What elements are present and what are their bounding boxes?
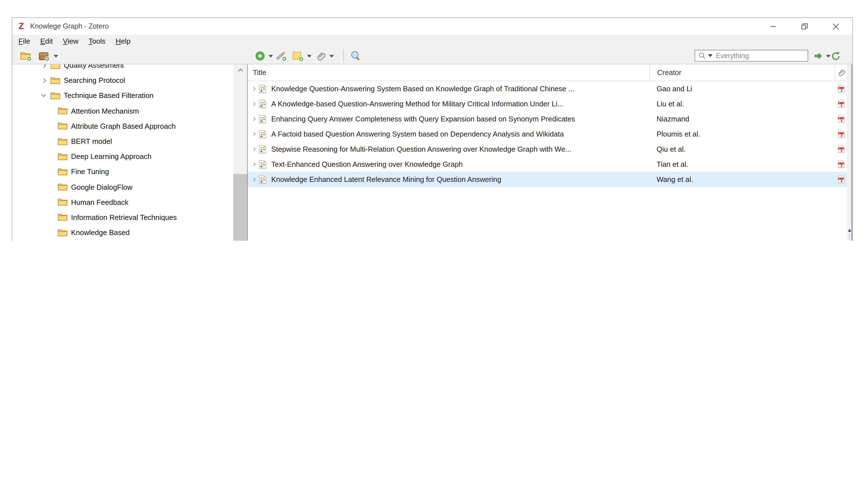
collection-row[interactable]: Searching Protocol [13, 73, 233, 88]
paperclip-icon [316, 51, 327, 61]
search-field[interactable] [694, 50, 808, 62]
collection-row[interactable]: Knowledge Based [13, 225, 233, 240]
column-header-attachment[interactable] [834, 64, 847, 81]
item-expander[interactable] [251, 132, 258, 136]
item-title: Stepwise Reasoning for Multi-Relation Qu… [271, 145, 571, 153]
item-expander[interactable] [251, 163, 258, 166]
item-row[interactable]: Text-Enhanced Question Answering over Kn… [248, 157, 847, 172]
new-collection-button[interactable] [20, 49, 32, 63]
new-library-caret-icon[interactable] [54, 55, 58, 57]
close-button[interactable] [825, 19, 847, 34]
menu-edit[interactable]: Edit [35, 35, 58, 47]
splitter-arrow-icon[interactable] [848, 229, 851, 232]
folder-icon [58, 198, 68, 206]
add-attachment-button[interactable] [316, 49, 334, 63]
expander[interactable] [40, 91, 50, 100]
pdf-attachment-icon [838, 100, 845, 108]
collection-row[interactable]: Fine Tuning [13, 164, 233, 179]
titlebar: Z Knowlege Graph - Zotero [12, 18, 852, 35]
collection-row[interactable]: Google DialogFlow [13, 179, 233, 194]
expander[interactable] [40, 76, 50, 85]
menu-file[interactable]: File [13, 35, 35, 47]
menubar: FileEditViewToolsHelp [12, 35, 852, 48]
journal-article-icon [258, 84, 267, 93]
collection-row[interactable]: BERT model [13, 134, 233, 149]
collection-label: Human Feedback [71, 198, 128, 207]
chevron-icon [252, 117, 256, 121]
collection-row[interactable]: Human Feedback [13, 194, 233, 210]
item-row[interactable]: A Factoid based Question Answering Syste… [248, 126, 847, 142]
folder-icon [58, 137, 68, 145]
menu-help[interactable]: Help [111, 35, 135, 47]
item-row[interactable]: Knowledge Enhanced Latent Relevance Mini… [248, 172, 847, 187]
column-headers: Title Creator [248, 64, 847, 81]
pdf-attachment-icon [838, 115, 845, 123]
collections-scrollbar[interactable] [233, 64, 247, 241]
collection-row[interactable]: Deep Learning Approach [13, 149, 233, 164]
collection-row[interactable]: Attribute Graph Based Approach [13, 119, 233, 134]
item-expander[interactable] [251, 87, 258, 90]
advanced-search-button[interactable] [350, 49, 361, 63]
item-expander[interactable] [251, 148, 258, 151]
locate-button[interactable] [814, 49, 831, 63]
item-title: Knowledge Enhanced Latent Relevance Mini… [271, 175, 501, 184]
add-by-identifier-button[interactable] [275, 49, 287, 63]
folder-icon [50, 76, 60, 85]
scroll-up-arrow-icon[interactable] [233, 65, 247, 74]
journal-article-icon [258, 145, 267, 154]
chevron-icon [41, 78, 46, 83]
new-note-button[interactable] [292, 49, 312, 63]
item-row[interactable]: Enhancing Query Answer Completeness with… [248, 111, 847, 126]
item-row[interactable]: Knowledge Question-Answering System Base… [248, 81, 847, 96]
new-item-button[interactable] [255, 49, 273, 63]
collection-label: Quality Assesment [64, 64, 124, 69]
new-note-caret-icon[interactable] [307, 55, 312, 57]
journal-article-icon [258, 160, 267, 169]
collection-label: Deep Learning Approach [71, 152, 152, 160]
sync-button[interactable] [831, 49, 841, 63]
search-scope-caret-icon[interactable] [708, 54, 713, 57]
menu-tools[interactable]: Tools [84, 35, 111, 47]
item-creator: Niazmand [649, 115, 834, 123]
locate-arrow-icon [814, 52, 823, 60]
minimize-button[interactable] [762, 19, 784, 34]
restore-icon [801, 23, 807, 29]
new-library-button[interactable] [38, 49, 58, 63]
item-expander[interactable] [251, 102, 258, 105]
add-attachment-caret-icon[interactable] [330, 55, 334, 57]
scrollbar-thumb[interactable] [233, 174, 247, 241]
item-title: A Factoid based Question Answering Syste… [271, 130, 564, 138]
collection-row[interactable]: Attention Mechanism [13, 103, 233, 118]
pdf-attachment-icon [838, 175, 845, 184]
magic-wand-icon [275, 50, 287, 62]
splitter-grippy[interactable] [849, 234, 849, 241]
collection-row[interactable]: Technique Based Filteration [13, 88, 233, 103]
item-expander[interactable] [251, 118, 258, 120]
window-controls [753, 18, 847, 35]
new-item-caret-icon[interactable] [269, 55, 273, 57]
item-row[interactable]: Stepwise Reasoning for Multi-Relation Qu… [248, 142, 847, 157]
locate-caret-icon[interactable] [826, 55, 831, 57]
collection-row[interactable]: Knowledge Distillation [13, 240, 233, 241]
item-row[interactable]: A Knowledge-based Question-Answering Met… [248, 96, 847, 111]
column-creator-label: Creator [657, 68, 681, 77]
window-title: Knowlege Graph - Zotero [30, 22, 109, 30]
collection-label: BERT model [71, 137, 112, 146]
search-input[interactable] [716, 52, 808, 60]
menu-view[interactable]: View [58, 35, 84, 47]
collection-label: Attention Mechanism [71, 107, 139, 115]
collection-row[interactable]: Quality Assesment [13, 64, 233, 73]
pdf-attachment-icon [838, 130, 845, 138]
collections-pane: Quality Assesment Searc [12, 64, 248, 241]
chevron-icon [252, 102, 256, 106]
column-header-title[interactable]: Title [248, 64, 649, 81]
sync-icon [831, 51, 841, 61]
journal-article-icon [258, 129, 267, 139]
collection-row[interactable]: Information Retrieval Techniques [13, 210, 233, 225]
expander[interactable] [40, 64, 50, 70]
column-header-creator[interactable]: Creator [649, 64, 834, 81]
item-expander[interactable] [251, 178, 258, 181]
item-pane-splitter[interactable] [847, 64, 852, 241]
restore-button[interactable] [793, 19, 815, 34]
item-creator: Ploumis et al. [649, 130, 834, 138]
